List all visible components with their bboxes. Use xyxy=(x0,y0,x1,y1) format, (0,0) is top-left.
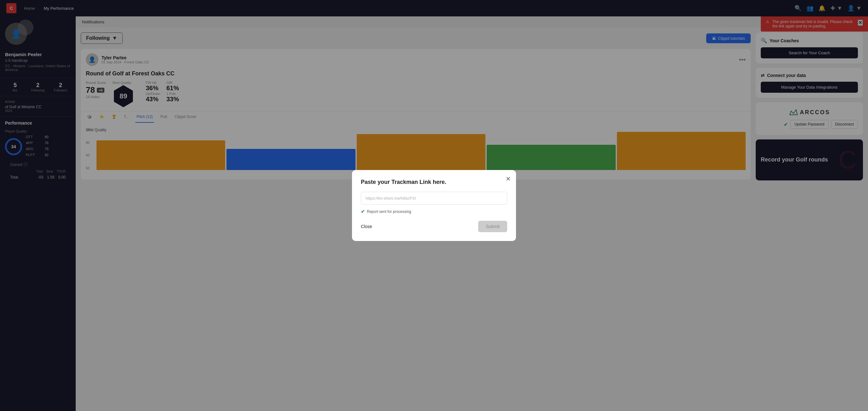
modal-close-icon[interactable]: ✕ xyxy=(505,175,511,183)
close-button[interactable]: Close xyxy=(361,224,372,229)
modal-overlay[interactable]: Paste your Trackman Link here. ✕ ✔ Repor… xyxy=(0,0,868,411)
modal-success-message: ✔ Report sent for processing xyxy=(361,209,507,215)
submit-button[interactable]: Submit xyxy=(478,221,507,232)
success-icon: ✔ xyxy=(361,209,365,215)
trackman-link-input[interactable] xyxy=(361,192,507,205)
trackman-modal: Paste your Trackman Link here. ✕ ✔ Repor… xyxy=(352,170,516,241)
modal-title: Paste your Trackman Link here. xyxy=(361,179,507,186)
modal-actions: Close Submit xyxy=(361,221,507,232)
